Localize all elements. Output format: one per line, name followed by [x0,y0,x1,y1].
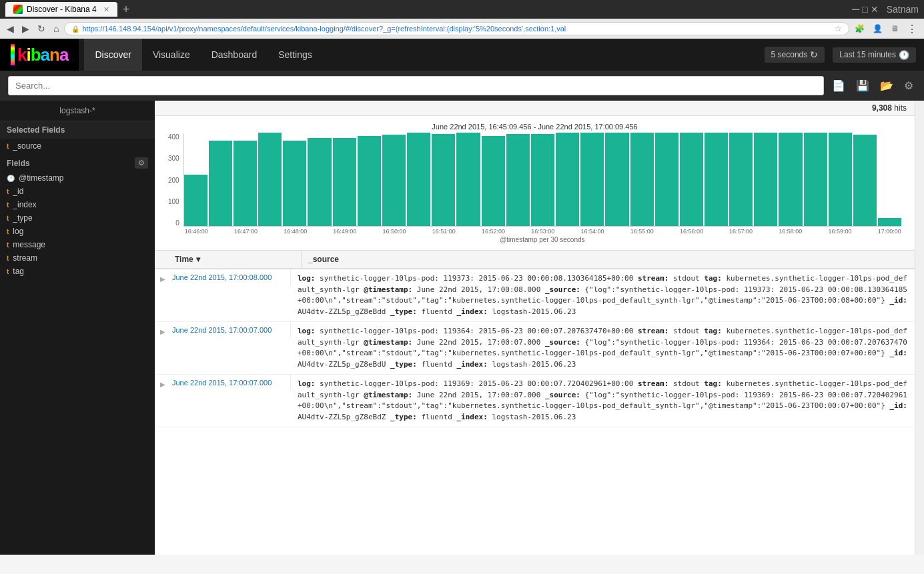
histogram-bar-20[interactable] [680,133,703,226]
field-log-label: log [13,227,23,236]
new-search-button[interactable]: 📄 [829,77,848,95]
expand-row-button-0[interactable]: ▶ [157,273,168,284]
expand-row-button-2[interactable]: ▶ [157,379,168,389]
maximize-button[interactable]: □ [862,4,867,15]
histogram-bar-26[interactable] [829,133,852,226]
table-row: ▶June 22nd 2015, 17:00:08.000log: synthe… [155,269,915,322]
histogram-bar-10[interactable] [432,134,455,226]
cast-button[interactable]: 🖥 [888,23,901,35]
url-text: https://146.148.94.154/api/v1/proxy/name… [82,25,832,33]
settings-button[interactable]: ⚙ [901,77,916,95]
close-window-button[interactable]: ✕ [871,4,879,15]
field-t-icon-id: t [7,188,9,195]
histogram-bar-16[interactable] [580,133,604,226]
active-tab[interactable]: Discover - Kibana 4 ✕ [5,2,117,17]
nav-discover[interactable]: Discover [84,39,141,71]
nav-visualize[interactable]: Visualize [142,39,201,71]
fields-gear-button[interactable]: ⚙ [135,157,148,169]
histogram-bar-7[interactable] [358,136,381,226]
forward-button[interactable]: ▶ [19,22,32,35]
histogram-bar-1[interactable] [209,141,232,226]
new-tab-button[interactable]: + [123,3,130,17]
selected-field-source[interactable]: t _source [0,139,155,153]
field-stream[interactable]: t stream [0,251,155,265]
field-type-label: _type [13,213,32,223]
bookmark-icon[interactable]: ☆ [835,24,842,33]
histogram-bar-27[interactable] [853,135,877,226]
histogram-bar-3[interactable] [258,133,282,226]
histogram-bar-15[interactable] [556,133,579,226]
extensions-button[interactable]: 🧩 [852,23,867,35]
kibana-header-right: 5 seconds ↻ Last 15 minutes 🕐 [765,47,924,63]
search-container: 📄 💾 📂 ⚙ [0,71,924,101]
save-search-button[interactable]: 💾 [853,77,872,95]
histogram-chart[interactable] [183,133,901,227]
field-message[interactable]: t message [0,238,155,251]
time-range-button[interactable]: Last 15 minutes 🕐 [833,47,916,63]
logo-bar [11,44,15,65]
results-header: Time ▾ _source [155,251,915,269]
hits-count: 9,308 [872,103,892,113]
histogram-bar-28[interactable] [878,218,901,226]
histogram-bar-11[interactable] [456,133,480,226]
chart-title: June 22nd 2015, 16:45:09.456 - June 22nd… [168,123,901,131]
histogram-bar-21[interactable] [705,133,728,226]
histogram-bar-5[interactable] [308,138,331,226]
home-button[interactable]: ⌂ [51,22,61,35]
source-cell-2: log: synthetic-logger-10lps-pod: 119369:… [291,375,915,427]
url-bar[interactable]: 🔒 https://146.148.94.154/api/v1/proxy/na… [64,22,849,35]
x-label-13: 16:59:00 [829,228,852,235]
load-search-button[interactable]: 📂 [877,77,896,95]
histogram-bar-19[interactable] [655,133,678,226]
histogram-bar-6[interactable] [333,138,356,226]
field-tag-label: tag [13,267,24,276]
expand-row-button-1[interactable]: ▶ [157,326,168,337]
time-column-header[interactable]: Time ▾ [168,251,302,268]
histogram-bar-12[interactable] [482,136,505,226]
histogram-bar-24[interactable] [779,133,802,226]
field-id[interactable]: t _id [0,185,155,198]
field-message-label: message [13,240,45,249]
user-name: Satnam [887,4,919,15]
chart-x-label: @timestamp per 30 seconds [183,236,901,243]
profile-button[interactable]: 👤 [870,23,885,35]
results-rows: ▶June 22nd 2015, 17:00:08.000log: synthe… [155,269,915,427]
nav-dashboard[interactable]: Dashboard [201,39,268,71]
reload-button[interactable]: ↻ [35,22,48,35]
histogram-bar-8[interactable] [382,135,406,226]
histogram-bar-17[interactable] [605,133,628,226]
refresh-interval-button[interactable]: 5 seconds ↻ [765,47,825,63]
tab-close-icon[interactable]: ✕ [103,5,109,14]
hits-label: hits [892,103,907,113]
histogram-bar-18[interactable] [630,133,654,226]
search-input[interactable] [8,76,824,95]
menu-button[interactable]: ⋮ [904,21,920,37]
histogram-bar-22[interactable] [729,133,753,226]
field-log[interactable]: t log [0,225,155,238]
x-label-0: 16:46:00 [185,228,208,235]
histogram-bar-25[interactable] [804,133,827,226]
histogram-bar-9[interactable] [407,133,430,226]
browser-tab-bar: Discover - Kibana 4 ✕ + ─ □ ✕ Satnam [0,0,924,19]
minimize-button[interactable]: ─ [852,3,859,15]
field-type[interactable]: t _type [0,211,155,225]
index-pattern[interactable]: logstash-* [0,101,155,121]
fields-header-label: Fields [7,159,30,168]
tab-favicon [13,5,23,14]
field-tag[interactable]: t tag [0,265,155,278]
back-button[interactable]: ◀ [4,22,17,35]
histogram-bar-2[interactable] [234,141,257,226]
results-area[interactable]: Time ▾ _source ▶June 22nd 2015, 17:00:08… [155,251,915,555]
histogram-bar-4[interactable] [283,141,306,226]
field-index[interactable]: t _index [0,198,155,211]
field-timestamp[interactable]: 🕐 @timestamp [0,171,155,185]
histogram-bar-13[interactable] [506,134,530,226]
histogram-bar-14[interactable] [531,134,554,226]
scrollbar[interactable] [915,101,924,555]
x-label-1: 16:47:00 [234,228,258,235]
histogram-bar-0[interactable] [184,175,207,226]
chart-body: 16:46:0016:47:0016:48:0016:49:0016:50:00… [183,133,901,243]
nav-settings[interactable]: Settings [268,39,323,71]
x-label-11: 16:57:00 [729,228,753,235]
histogram-bar-23[interactable] [754,133,777,226]
